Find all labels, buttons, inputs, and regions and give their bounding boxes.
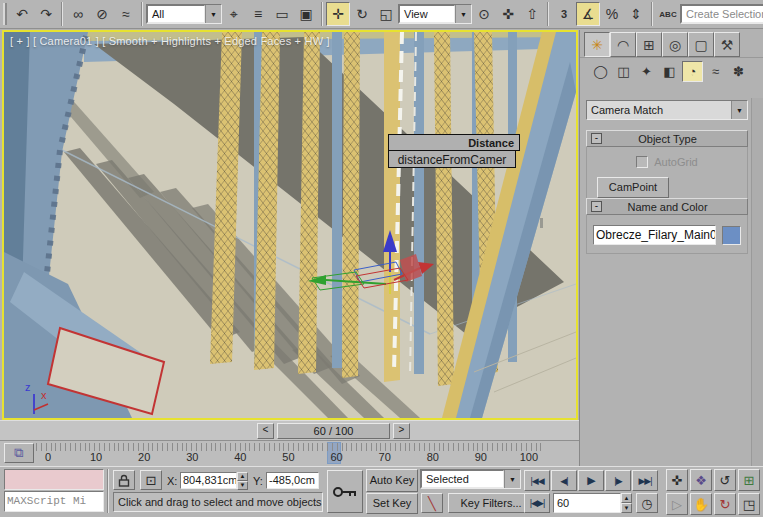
maximize-viewport-toggle-icon[interactable]: ◳ <box>738 493 760 515</box>
distance-tooltip: Distance distanceFromCamer <box>388 134 520 168</box>
object-type-header[interactable]: - Object Type <box>586 130 748 147</box>
time-configuration-icon[interactable]: ◷ <box>636 493 658 513</box>
panel-scrollbar[interactable] <box>751 98 763 466</box>
chevron-down-icon[interactable]: ▼ <box>205 5 221 23</box>
spinner-up-icon[interactable]: ▲ <box>621 493 632 503</box>
viewport-label[interactable]: [ + ] [ Camera01 ] [ Smooth + Highlights… <box>10 35 330 47</box>
tab-modify[interactable]: ◠ <box>610 32 636 57</box>
redo-icon[interactable]: ↷ <box>34 2 58 26</box>
category-cameras-icon[interactable]: ◧ <box>659 61 680 82</box>
percent-snap-icon[interactable]: % <box>600 2 624 26</box>
modify-icon: ◠ <box>617 37 629 53</box>
mini-curve-editor-icon[interactable]: ⧉ <box>4 443 34 463</box>
current-frame-field[interactable]: 60 <box>553 493 621 513</box>
rectangular-selection-region-icon[interactable]: ▭ <box>270 2 294 26</box>
bind-to-spacewarp-icon[interactable]: ≈ <box>114 2 138 26</box>
set-key-button[interactable]: Set Key <box>366 493 418 514</box>
field-of-view-icon[interactable]: ▷ <box>666 493 688 515</box>
chevron-down-icon[interactable]: ▼ <box>455 5 471 23</box>
reference-coordinate-dropdown[interactable]: View ▼ <box>398 4 472 24</box>
category-systems-icon[interactable]: ✽ <box>728 61 749 82</box>
selection-lock-icon[interactable] <box>113 470 135 490</box>
category-spacewarps-icon[interactable]: ≈ <box>705 61 726 82</box>
previous-frame-button[interactable]: < <box>257 423 274 439</box>
angle-snap-icon[interactable]: ∡ <box>576 2 600 26</box>
go-to-end-button[interactable]: ▶▶| <box>632 470 658 491</box>
x-coordinate-field[interactable]: 804,831cm <box>180 472 237 489</box>
set-keys-button[interactable] <box>327 470 363 513</box>
toolbar-separator <box>321 2 323 26</box>
toolbar-drag-handle[interactable] <box>3 3 7 25</box>
select-and-move-icon[interactable]: ✛ <box>326 2 350 26</box>
camera-viewport[interactable]: z x [ + ] [ Camera01 ] [ Smooth + Highli… <box>2 30 578 420</box>
previous-frame-button[interactable]: ◀| <box>551 470 577 491</box>
chevron-down-icon[interactable]: ▼ <box>731 101 747 119</box>
play-button[interactable]: ▶ <box>578 470 604 491</box>
use-pivot-center-icon[interactable]: ⊙ <box>472 2 496 26</box>
named-selection-sets-dropdown[interactable]: Create Selection Se ▼ <box>680 4 763 24</box>
orbit-icon[interactable]: ↻ <box>714 493 736 515</box>
category-shapes-icon[interactable]: ◫ <box>613 61 634 82</box>
edit-named-sets-icon[interactable]: ABC <box>656 2 680 26</box>
tab-display[interactable]: ▢ <box>688 32 714 57</box>
track-bar[interactable]: ⧉ 0102030405060708090100 <box>0 441 579 466</box>
spinner-snap-icon[interactable]: ⇕ <box>624 2 648 26</box>
tab-motion[interactable]: ◎ <box>662 32 688 57</box>
unlink-selection-icon[interactable]: ⊘ <box>90 2 114 26</box>
select-and-rotate-icon[interactable]: ↻ <box>350 2 374 26</box>
zoom-extents-all-icon[interactable]: ⊞ <box>738 469 760 491</box>
next-frame-button[interactable]: |▶ <box>605 470 631 491</box>
key-mode-toggle[interactable]: |◀▶| <box>524 493 550 513</box>
tab-utilities[interactable]: ⚒ <box>714 32 740 57</box>
y-coordinate-field[interactable]: -485,0cm <box>266 472 319 489</box>
chevron-down-icon[interactable]: ▼ <box>504 470 520 488</box>
object-color-swatch[interactable] <box>722 226 741 245</box>
key-subobject-dropdown[interactable]: Selected ▼ <box>420 469 521 489</box>
select-and-scale-icon[interactable]: ◱ <box>374 2 398 26</box>
pan-icon[interactable]: ✋ <box>690 493 712 515</box>
collapse-icon[interactable]: - <box>591 201 602 212</box>
maxscript-mini-listener-pink[interactable] <box>4 469 104 490</box>
zoom-extents-selected-icon[interactable]: ↺ <box>714 469 736 491</box>
tab-create[interactable]: ✳ <box>584 32 610 57</box>
tab-hierarchy[interactable]: ⊞ <box>636 32 662 57</box>
window-crossing-icon[interactable]: ▣ <box>294 2 318 26</box>
x-coordinate-spinner[interactable]: ▲ ▼ <box>237 472 248 489</box>
key-subobject-value: Selected <box>421 470 504 488</box>
select-object-icon[interactable]: ⌖ <box>222 2 246 26</box>
time-slider-handle[interactable]: 60 / 100 <box>277 423 390 439</box>
frame-spinner[interactable]: ▲ ▼ <box>621 493 632 513</box>
select-and-manipulate-icon[interactable]: ✜ <box>496 2 520 26</box>
zoom-extents-icon[interactable]: ❖ <box>690 469 712 491</box>
spinner-up-icon[interactable]: ▲ <box>237 472 248 481</box>
category-lights-icon[interactable]: ✦ <box>636 61 657 82</box>
autogrid-checkbox[interactable] <box>636 156 648 168</box>
object-name-field[interactable]: Obrecze_Filary_Main07 <box>593 225 716 245</box>
spinner-down-icon[interactable]: ▼ <box>237 481 248 490</box>
select-and-link-icon[interactable]: ∞ <box>66 2 90 26</box>
trackbar-ticks <box>36 443 541 451</box>
category-geometry-icon[interactable]: ◯ <box>590 61 611 82</box>
zoom-icon[interactable]: ✜ <box>666 469 688 491</box>
helper-category-dropdown[interactable]: Camera Match ▼ <box>586 100 748 120</box>
collapse-icon[interactable]: - <box>591 133 602 144</box>
selection-filter-dropdown[interactable]: All ▼ <box>146 4 222 24</box>
trackbar-frame-label: 10 <box>84 451 108 463</box>
select-by-name-icon[interactable]: ≡ <box>246 2 270 26</box>
keyboard-override-icon[interactable]: ⇧ <box>520 2 544 26</box>
undo-icon[interactable]: ↶ <box>10 2 34 26</box>
next-frame-button[interactable]: > <box>393 423 410 439</box>
maxscript-mini-listener[interactable]: MAXScript Mi <box>4 491 104 512</box>
key-filters-button[interactable]: Key Filters... <box>448 493 534 513</box>
key-icon <box>332 484 358 500</box>
spinner-down-icon[interactable]: ▼ <box>621 503 632 513</box>
name-and-color-title: Name and Color <box>606 201 747 213</box>
go-to-start-button[interactable]: |◀◀ <box>524 470 550 491</box>
snap-toggle-3d-icon[interactable]: 3 <box>552 2 576 26</box>
auto-key-button[interactable]: Auto Key <box>366 469 418 492</box>
category-helpers-icon[interactable]: ◔ <box>682 61 703 82</box>
name-and-color-header[interactable]: - Name and Color <box>586 198 748 215</box>
default-key-tangent-icon[interactable]: ╲ <box>421 493 443 513</box>
absolute-offset-mode-icon[interactable]: ⊡ <box>140 470 162 490</box>
campoint-button[interactable]: CamPoint <box>597 177 669 198</box>
